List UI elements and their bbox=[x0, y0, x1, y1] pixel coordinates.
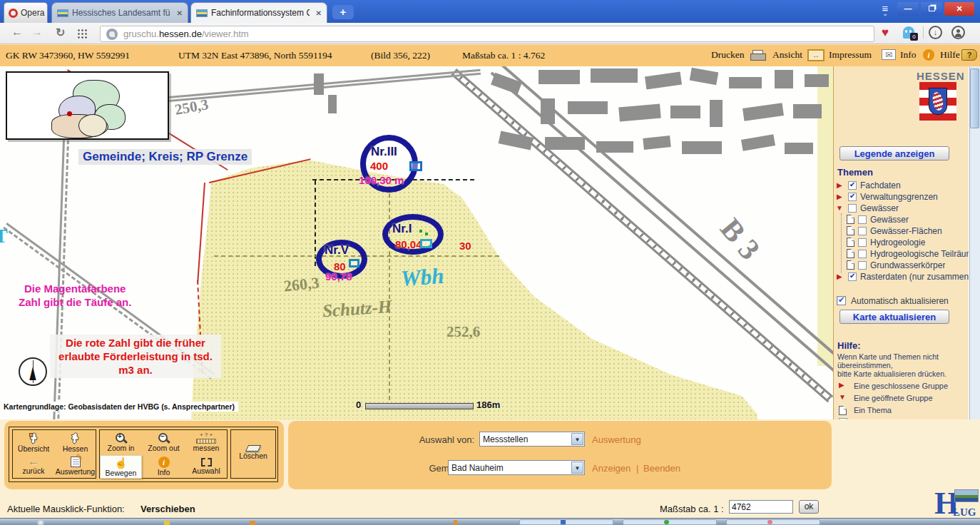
ok-button[interactable]: ok bbox=[799, 500, 819, 514]
scale-readout: Maßstab ca. 1 : 4.762 bbox=[462, 50, 545, 61]
zurueck-button[interactable]: ← zurück bbox=[13, 455, 54, 479]
taskbar-button bbox=[623, 519, 717, 525]
select-value: Bad Nauheim bbox=[451, 463, 504, 473]
hessen-outline-icon bbox=[28, 432, 40, 444]
scrollbar-thumb[interactable] bbox=[970, 68, 979, 128]
help-book-icon[interactable]: ? bbox=[961, 49, 977, 61]
bookmark-heart-icon[interactable]: ♥ bbox=[882, 26, 889, 40]
envelope-icon[interactable]: ✉ bbox=[882, 49, 896, 60]
hand-icon: ☝ bbox=[114, 457, 128, 469]
checkbox-icon[interactable] bbox=[858, 261, 867, 270]
minimize-button[interactable]: — bbox=[897, 2, 919, 16]
map-canvas[interactable]: 250,3 260,3 Schutz-H Wbh 252,6 B 3 T Gem… bbox=[0, 66, 833, 419]
zoom-in-button[interactable]: + Zoom in bbox=[100, 431, 142, 454]
toolbar-group-tools: + Zoom in − Zoom out + ? + messen ☝ Bewe… bbox=[99, 429, 228, 479]
auswertung-link[interactable]: Auswertung bbox=[592, 434, 641, 445]
messen-button[interactable]: + ? + messen bbox=[185, 431, 227, 454]
closed-group-icon[interactable] bbox=[837, 273, 844, 280]
checkbox-icon[interactable] bbox=[848, 272, 857, 281]
legende-anzeigen-button[interactable]: Legende anzeigen bbox=[839, 146, 949, 160]
closed-group-icon[interactable] bbox=[837, 182, 844, 189]
extension-badge: 0 bbox=[910, 33, 918, 41]
well-symbol[interactable] bbox=[409, 161, 422, 171]
tab-close-icon[interactable]: ✕ bbox=[316, 9, 322, 17]
sidebar-item-verwaltungsgrenzen[interactable]: Verwaltungsgrenzen bbox=[834, 192, 969, 203]
forward-icon[interactable]: → bbox=[31, 26, 43, 39]
well-symbol[interactable] bbox=[349, 259, 359, 267]
dropdown-arrow-icon[interactable] bbox=[571, 462, 583, 474]
checkbox-icon[interactable] bbox=[848, 204, 857, 213]
checkbox-icon[interactable] bbox=[858, 227, 867, 235]
back-icon[interactable]: ← bbox=[11, 26, 23, 39]
karte-aktualisieren-button[interactable]: Karte aktualisieren bbox=[839, 310, 949, 324]
close-button[interactable]: ✕ bbox=[944, 2, 974, 16]
zoom-out-button[interactable]: − Zoom out bbox=[143, 431, 185, 454]
station-depth-value: 100,30 m bbox=[359, 174, 404, 186]
messstellen-select[interactable]: Messstellen bbox=[479, 432, 585, 447]
sidebar-item-gewaesser-group[interactable]: Gewässer bbox=[834, 203, 969, 215]
checkbox-icon[interactable] bbox=[848, 193, 857, 201]
download-icon[interactable]: ↓ bbox=[929, 26, 942, 39]
auswahl-button[interactable]: Auswahl bbox=[185, 455, 227, 479]
url-field[interactable]: gruschu.hessen.de/viewer.htm bbox=[100, 26, 874, 42]
sidebar-item-rasterdaten[interactable]: Rasterdaten (nur zusammen mit bbox=[834, 272, 969, 283]
sidebar-item-grundwasserkoerper[interactable]: Grundwasserkörper bbox=[834, 260, 969, 272]
speed-dial-icon[interactable] bbox=[77, 29, 88, 39]
view-arrows-icon[interactable]: ↔ bbox=[807, 49, 825, 61]
reload-icon[interactable]: ↻ bbox=[56, 26, 65, 39]
info-button[interactable]: i Info bbox=[143, 455, 185, 479]
page-info-icon[interactable] bbox=[106, 29, 118, 40]
beenden-link[interactable]: Beenden bbox=[643, 463, 680, 474]
hessen-button[interactable]: Hessen bbox=[55, 431, 96, 454]
sidebar-item-gewaesser-flaechen[interactable]: Gewässer-Flächen bbox=[834, 226, 969, 238]
sidebar-item-fachdaten[interactable]: Fachdaten bbox=[834, 180, 969, 192]
loeschen-button[interactable]: Löschen bbox=[231, 440, 275, 469]
sidebar-item-hydrogeologie[interactable]: Hydrogeologie bbox=[834, 238, 969, 249]
opera-menu-button[interactable]: Opera bbox=[4, 2, 48, 23]
info-circle-icon[interactable]: i bbox=[923, 49, 934, 61]
well-symbol[interactable] bbox=[420, 239, 432, 248]
maximize-button[interactable] bbox=[921, 2, 942, 16]
scalebar-start: 0 bbox=[356, 399, 361, 410]
station-name[interactable]: Nr.I bbox=[392, 222, 412, 236]
overview-map-inset[interactable] bbox=[6, 71, 169, 140]
contour-label-252: 252,6 bbox=[446, 323, 480, 341]
uebersicht-button[interactable]: Übersicht bbox=[13, 431, 54, 454]
tab-fachinformationssystem[interactable]: Fachinformationssystem G ✕ bbox=[190, 2, 327, 23]
sidebar-item-gewaesser[interactable]: Gewässer bbox=[834, 215, 969, 226]
browser-menu-icon[interactable]: ≡ ⌄ bbox=[873, 5, 897, 18]
windows-taskbar[interactable] bbox=[0, 518, 980, 525]
wbh-label: Wbh bbox=[400, 263, 445, 292]
profile-icon[interactable] bbox=[951, 26, 965, 39]
ansicht-link[interactable]: Ansicht bbox=[772, 49, 802, 61]
dropdown-arrow-icon[interactable] bbox=[571, 433, 583, 445]
station-name[interactable]: Nr.V bbox=[325, 243, 349, 258]
bewegen-button[interactable]: ☝ Bewegen bbox=[100, 455, 142, 479]
checkbox-icon[interactable] bbox=[837, 296, 846, 305]
tree-label: Rasterdaten (nur zusammen mit bbox=[860, 272, 969, 282]
drucken-link[interactable]: Drucken bbox=[711, 49, 744, 61]
closed-group-icon[interactable] bbox=[837, 193, 844, 200]
open-group-icon[interactable] bbox=[836, 205, 843, 212]
checkbox-icon[interactable] bbox=[858, 215, 867, 224]
impressum-link[interactable]: Impressum bbox=[829, 49, 872, 61]
printer-icon[interactable] bbox=[750, 50, 765, 60]
auswertung-button[interactable]: ✎ Auswertung bbox=[55, 455, 96, 479]
sidebar-item-hydrogeologische-teilraeume[interactable]: Hydrogeologische Teilräume bbox=[834, 249, 969, 260]
new-tab-button[interactable]: + bbox=[332, 5, 354, 19]
gk-coordinates: GK RW 3473960, HW 5592991 bbox=[6, 50, 130, 61]
anzeigen-link[interactable]: Anzeigen bbox=[592, 463, 631, 474]
station-name[interactable]: Nr.III bbox=[371, 145, 397, 159]
checkbox-icon[interactable] bbox=[858, 238, 867, 247]
info-link[interactable]: Info bbox=[900, 49, 917, 61]
taskbar-button bbox=[519, 519, 613, 525]
tab-hessisches-landesamt[interactable]: Hessisches Landesamt für ✕ bbox=[51, 2, 188, 23]
hilfe-link[interactable]: Hilfe bbox=[940, 49, 960, 61]
scale-input[interactable] bbox=[729, 500, 793, 514]
tab-close-icon[interactable]: ✕ bbox=[177, 9, 183, 17]
checkbox-icon[interactable] bbox=[848, 181, 857, 190]
help-line: bitte Karte aktualisieren drücken. bbox=[837, 369, 946, 378]
gemeinde-select[interactable]: Bad Nauheim bbox=[448, 460, 585, 475]
checkbox-icon[interactable] bbox=[858, 250, 867, 258]
taskbar-icon bbox=[561, 520, 566, 524]
